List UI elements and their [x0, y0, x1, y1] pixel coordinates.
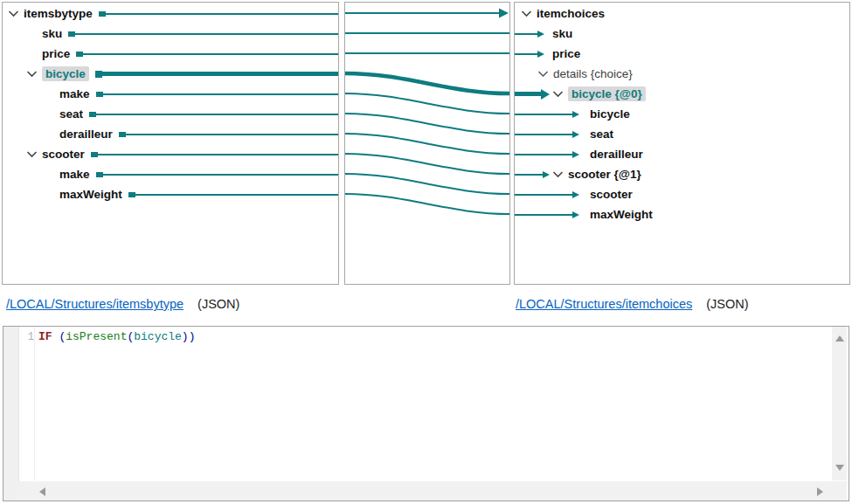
- tree-node-price[interactable]: price: [3, 44, 338, 64]
- incoming-connection: [515, 51, 544, 58]
- connection-line: [103, 174, 338, 176]
- incoming-connection: [515, 191, 579, 198]
- incoming-connection-thick: [515, 89, 550, 100]
- mapping-connections-panel: [344, 2, 510, 285]
- source-tree: itemsbytype sku price bicycle make sea: [3, 3, 338, 284]
- tree-node-label-selected: bicycle {@0}: [568, 86, 646, 102]
- tree-node-label: details {choice}: [553, 68, 633, 80]
- expression-code-editor[interactable]: 1 IF (isPresent(bicycle)): [3, 326, 849, 501]
- tree-node-make2[interactable]: make: [3, 164, 338, 184]
- tree-node-label: scooter: [590, 189, 633, 201]
- tree-node-maxWeight[interactable]: maxWeight: [515, 204, 849, 224]
- connector-anchor-icon[interactable]: [119, 132, 126, 137]
- tree-node-label-selected: bicycle: [42, 66, 89, 82]
- tree-node-label: price: [552, 48, 580, 60]
- chevron-down-icon[interactable]: [26, 151, 38, 158]
- tree-node-details-choice[interactable]: details {choice}: [515, 64, 849, 84]
- connector-anchor-icon[interactable]: [91, 152, 98, 157]
- source-tree-panel: itemsbytype sku price bicycle make sea: [2, 2, 339, 285]
- connector-anchor-icon[interactable]: [96, 92, 103, 97]
- tree-node-price[interactable]: price: [515, 44, 849, 64]
- connection-line: [106, 13, 338, 15]
- paren-token: )): [182, 330, 196, 343]
- scroll-left-icon[interactable]: [39, 487, 45, 496]
- vertical-scrollbar[interactable]: [832, 327, 847, 480]
- connector-anchor-icon[interactable]: [96, 172, 103, 177]
- tree-node-make[interactable]: make: [3, 84, 338, 104]
- tree-node-label: scooter: [42, 148, 85, 161]
- incoming-connection: [515, 111, 579, 118]
- tree-node-label: itemchoices: [537, 8, 605, 20]
- tree-node-bicycle[interactable]: bicycle: [515, 104, 849, 124]
- target-format-label: (JSON): [706, 297, 748, 311]
- tree-node-itemchoices[interactable]: itemchoices: [515, 3, 849, 24]
- incoming-connection: [515, 171, 550, 178]
- arrowhead-icon: [541, 89, 550, 100]
- tree-node-maxWeight[interactable]: maxWeight: [3, 184, 338, 204]
- tree-node-label: sku: [42, 28, 62, 40]
- tree-node-scooter-1[interactable]: scooter {@1}: [515, 164, 849, 184]
- tree-node-seat[interactable]: seat: [3, 104, 338, 124]
- tree-node-seat[interactable]: seat: [515, 124, 849, 144]
- target-structure-link[interactable]: /LOCAL/Structures/itemchoices: [516, 297, 692, 311]
- connector-anchor-icon[interactable]: [76, 52, 83, 57]
- code-line[interactable]: IF (isPresent(bicycle)): [38, 330, 195, 343]
- tree-node-label: make: [59, 88, 90, 100]
- tree-node-label: maxWeight: [590, 209, 653, 221]
- arrowhead-icon: [572, 211, 579, 218]
- arrowhead-icon: [572, 131, 579, 138]
- connection-curve-thick: [345, 73, 509, 93]
- tree-node-label: maxWeight: [59, 189, 122, 201]
- connector-anchor-icon[interactable]: [95, 71, 102, 78]
- incoming-connection: [515, 31, 544, 38]
- scroll-up-icon[interactable]: [835, 335, 844, 342]
- tree-node-label: derailleur: [590, 148, 643, 161]
- connection-curve: [345, 93, 509, 114]
- incoming-connection: [515, 131, 579, 138]
- tree-node-label: scooter {@1}: [568, 169, 641, 181]
- paren-token: (: [52, 330, 66, 343]
- source-structure-reference: /LOCAL/Structures/itemsbytype (JSON): [6, 297, 239, 311]
- scroll-right-icon[interactable]: [817, 487, 823, 496]
- connector-anchor-icon[interactable]: [128, 192, 135, 197]
- tree-node-sku[interactable]: sku: [515, 24, 849, 44]
- connection-line: [98, 154, 338, 155]
- connection-line: [75, 33, 338, 35]
- source-structure-link[interactable]: /LOCAL/Structures/itemsbytype: [6, 297, 184, 311]
- editor-gutter: [3, 327, 19, 501]
- scroll-down-icon[interactable]: [835, 465, 844, 471]
- connection-line: [83, 53, 338, 55]
- connection-curve: [345, 154, 509, 174]
- arrowhead-icon: [537, 51, 544, 58]
- chevron-down-icon[interactable]: [521, 10, 532, 17]
- tree-node-itemsbytype[interactable]: itemsbytype: [3, 3, 338, 24]
- source-format-label: (JSON): [197, 297, 239, 311]
- chevron-down-icon[interactable]: [537, 71, 549, 78]
- arrowhead-icon: [572, 191, 579, 198]
- chevron-down-icon[interactable]: [8, 10, 19, 17]
- arrowhead-icon: [499, 9, 509, 18]
- target-tree-panel: itemchoices sku price details {choice} b…: [514, 2, 850, 285]
- connection-line: [135, 194, 338, 196]
- chevron-down-icon[interactable]: [26, 71, 38, 78]
- chevron-down-icon[interactable]: [552, 91, 564, 98]
- connector-anchor-icon[interactable]: [99, 11, 106, 17]
- tree-node-scooter[interactable]: scooter: [515, 184, 849, 204]
- connection-curve: [345, 134, 509, 154]
- horizontal-scrollbar[interactable]: [16, 481, 847, 501]
- chevron-down-icon[interactable]: [552, 171, 564, 178]
- connector-anchor-icon[interactable]: [68, 31, 75, 37]
- tree-node-bicycle-selected[interactable]: bicycle: [3, 64, 338, 84]
- tree-node-derailleur[interactable]: derailleur: [3, 124, 338, 144]
- arrowhead-icon: [537, 31, 544, 38]
- tree-node-label: itemsbytype: [24, 8, 93, 20]
- tree-node-derailleur[interactable]: derailleur: [515, 144, 849, 164]
- connector-anchor-icon[interactable]: [89, 112, 96, 117]
- tree-node-label: seat: [59, 108, 83, 121]
- connection-curve: [345, 114, 509, 134]
- tree-node-bicycle-0-selected[interactable]: bicycle {@0}: [515, 84, 849, 104]
- tree-node-scooter[interactable]: scooter: [3, 144, 338, 164]
- target-tree: itemchoices sku price details {choice} b…: [515, 3, 849, 284]
- arrowhead-icon: [572, 151, 579, 158]
- tree-node-sku[interactable]: sku: [3, 24, 338, 44]
